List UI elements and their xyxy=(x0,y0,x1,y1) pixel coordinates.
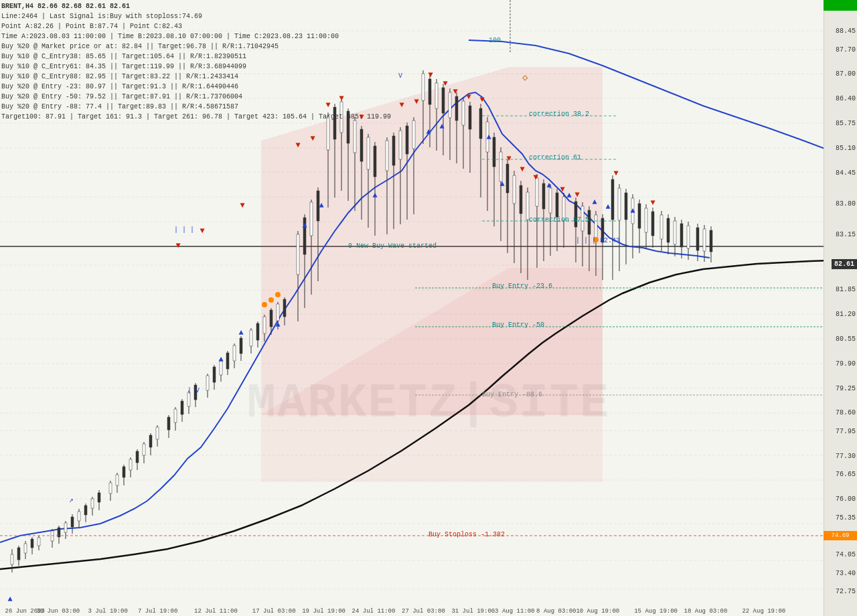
svg-rect-148 xyxy=(455,96,458,121)
svg-rect-70 xyxy=(167,417,170,430)
buy-arrow-3: ▲ xyxy=(218,355,224,364)
svg-rect-160 xyxy=(499,152,502,181)
svg-rect-206 xyxy=(667,218,670,242)
svg-rect-32 xyxy=(24,544,27,553)
svg-rect-68 xyxy=(156,427,159,439)
orange-badge: 74.69 xyxy=(824,531,857,540)
price-8700: 87.00 xyxy=(836,70,856,78)
svg-rect-134 xyxy=(406,126,408,154)
info-line-6: Buy %10 @ C_Entry61: 84.35 || Target:119… xyxy=(1,62,391,72)
svg-rect-140 xyxy=(428,79,431,104)
time-axis: 26 Jun 2023 30 Jun 03:00 3 Jul 19:00 7 J… xyxy=(0,603,830,616)
info-line-7: Buy %10 @ C_Entry88: 82.95 || Target:83.… xyxy=(1,72,391,82)
svg-rect-96 xyxy=(263,317,266,333)
diamond-marker: ◇ xyxy=(522,72,528,83)
price-7275: 72.75 xyxy=(836,588,856,595)
time-label-3: 3 Jul 19:00 xyxy=(88,608,127,615)
price-8185: 81.85 xyxy=(836,286,856,293)
price-7665: 76.65 xyxy=(836,471,856,478)
info-line-11: Target100: 87.91 | Target 161: 91.3 | Ta… xyxy=(1,112,391,122)
svg-rect-216 xyxy=(703,229,706,251)
buy-arrow-11: ▲ xyxy=(546,181,552,190)
svg-rect-190 xyxy=(611,179,614,220)
svg-rect-52 xyxy=(98,493,100,502)
svg-rect-120 xyxy=(354,121,356,153)
time-label-9: 27 Jul 03:00 xyxy=(402,608,445,615)
annotation-buy-entry-236: Buy Entry -23.6 xyxy=(492,283,552,290)
annotation-wave-iii: | | | xyxy=(174,226,194,234)
svg-rect-94 xyxy=(256,323,259,340)
buy-arrow-14: ▲ xyxy=(605,202,611,212)
svg-rect-30 xyxy=(17,548,20,560)
svg-rect-170 xyxy=(536,178,538,206)
svg-rect-66 xyxy=(149,435,152,447)
svg-rect-192 xyxy=(618,188,621,220)
svg-rect-48 xyxy=(84,506,87,515)
svg-rect-64 xyxy=(143,444,145,455)
time-label-8: 24 Jul 11:00 xyxy=(352,608,396,615)
buy-arrow-6: ▲ xyxy=(372,191,378,200)
sell-arrow-13: ▼ xyxy=(453,87,458,96)
price-7795: 77.95 xyxy=(836,428,856,435)
sell-arrow-5: ▼ xyxy=(310,134,315,143)
svg-rect-86 xyxy=(226,353,229,369)
annotation-correction-61: correction 61 xyxy=(529,154,581,161)
svg-rect-104 xyxy=(297,234,299,275)
time-label-4: 7 Jul 19:00 xyxy=(138,608,177,615)
sell-arrow-3: ▼ xyxy=(240,201,245,210)
annotation-price-8243: | | | 82.43 xyxy=(576,237,620,244)
svg-rect-172 xyxy=(542,183,545,209)
svg-rect-122 xyxy=(360,129,363,161)
svg-rect-132 xyxy=(399,131,402,159)
info-panel: BRENT,H4 82.66 82.68 82.61 82.61 Line:24… xyxy=(1,1,391,122)
time-label-14: 15 Aug 19:00 xyxy=(634,608,678,615)
buy-arrow-13: ▲ xyxy=(592,198,597,207)
svg-rect-82 xyxy=(213,367,216,382)
buy-arrow-8: ▲ xyxy=(439,122,445,131)
svg-rect-212 xyxy=(687,226,690,248)
svg-rect-126 xyxy=(374,146,376,177)
price-8055: 80.55 xyxy=(836,335,856,343)
svg-rect-144 xyxy=(442,88,445,113)
svg-rect-138 xyxy=(422,74,424,100)
symbol-line: BRENT,H4 82.66 82.68 82.61 82.61 xyxy=(1,1,391,11)
svg-rect-44 xyxy=(71,517,74,527)
buy-arrow-4: ▲ xyxy=(302,221,307,230)
price-8510: 85.10 xyxy=(836,144,856,151)
time-label-16: 22 Aug 19:00 xyxy=(742,608,785,615)
svg-rect-88 xyxy=(233,345,236,361)
time-label-2: 30 Jun 03:00 xyxy=(36,608,80,615)
price-7600: 76.00 xyxy=(836,495,856,503)
svg-rect-136 xyxy=(412,121,415,149)
svg-rect-38 xyxy=(51,531,54,541)
annotation-buy-entry-50: Buy Entry -50 xyxy=(492,321,544,329)
svg-rect-46 xyxy=(78,512,80,521)
svg-rect-154 xyxy=(479,108,482,139)
info-line-8: Buy %20 @ Entry -23: 80.97 || Target:91.… xyxy=(1,82,391,92)
sell-arrow-12: ▼ xyxy=(443,79,448,88)
svg-rect-194 xyxy=(625,193,627,220)
buy-arrow-7: ▲ xyxy=(426,127,431,137)
price-7925: 79.25 xyxy=(836,384,856,392)
buy-arrow-9: ▲ xyxy=(486,133,491,142)
price-8445: 84.45 xyxy=(836,169,856,176)
svg-rect-42 xyxy=(64,523,67,532)
svg-rect-54 xyxy=(109,483,112,493)
svg-rect-108 xyxy=(310,202,313,236)
svg-rect-204 xyxy=(660,215,663,239)
time-label-11: 3 Aug 11:00 xyxy=(495,608,534,615)
svg-rect-200 xyxy=(645,208,647,232)
info-line-9: Buy %20 @ Entry -50: 79.52 || Target:87.… xyxy=(1,92,391,102)
info-line-4: Buy %20 @ Market price or at: 82.84 || T… xyxy=(1,42,391,52)
annotation-buy-entry-886: Buy Entry -88.6 xyxy=(482,391,542,398)
svg-rect-76 xyxy=(187,392,190,406)
sell-arrow-11: ▼ xyxy=(428,70,433,80)
svg-rect-210 xyxy=(680,224,683,247)
svg-rect-214 xyxy=(696,228,699,250)
svg-rect-146 xyxy=(449,92,451,118)
svg-rect-90 xyxy=(240,338,242,354)
svg-rect-142 xyxy=(435,83,438,108)
price-8120: 81.20 xyxy=(836,311,856,318)
orange-marker-1 xyxy=(262,302,267,307)
annotation-wave-iv: | V xyxy=(187,387,200,394)
